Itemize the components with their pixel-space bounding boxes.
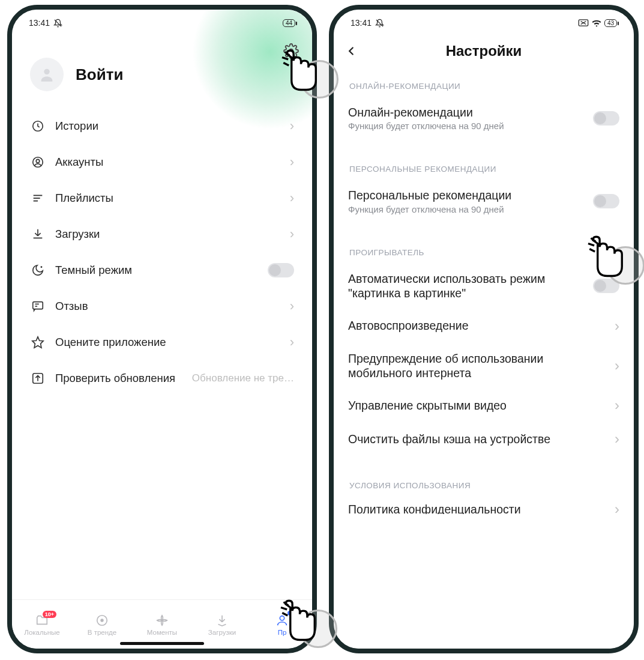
- section-header: ОНЛАЙН-РЕКОМЕНДАЦИИ: [347, 67, 621, 97]
- nav-folder[interactable]: 10+Локальные: [12, 600, 72, 649]
- settings-row[interactable]: Автовоспроизведение›: [347, 309, 621, 343]
- settings-row[interactable]: Персональные рекомендацииФункция будет о…: [347, 180, 621, 222]
- menu-row-download[interactable]: Загрузки›: [30, 216, 294, 252]
- chevron-right-icon: ›: [290, 226, 294, 242]
- svg-rect-14: [33, 302, 43, 309]
- section-header: ПРОИГРЫВАТЕЛЬ: [347, 234, 621, 263]
- toggle-switch[interactable]: [593, 194, 619, 208]
- menu-label: Аккаунты: [55, 156, 290, 169]
- chevron-right-icon: ›: [290, 154, 294, 170]
- menu-row-star[interactable]: Оцените приложение›: [30, 324, 294, 360]
- profile-icon: [275, 613, 289, 628]
- menu-label: Плейлисты: [55, 192, 290, 205]
- settings-row[interactable]: Управление скрытыми видео›: [347, 389, 621, 422]
- back-button[interactable]: [345, 43, 358, 62]
- page-title: Настройки: [446, 43, 522, 59]
- menu-label: Отзыв: [55, 300, 290, 313]
- toggle-switch[interactable]: [268, 263, 294, 277]
- svg-marker-17: [32, 337, 43, 348]
- toggle-switch[interactable]: [593, 111, 619, 126]
- row-subtitle: Функция будет отключена на 90 дней: [348, 121, 587, 131]
- user-icon: [30, 156, 46, 169]
- nav-label: Пр: [278, 629, 287, 636]
- phone-right-frame: 13:41 43 Настройки ОНЛАЙН-РЕКОМЕНДАЦИИОн…: [329, 5, 639, 653]
- menu-label: Оцените приложение: [55, 336, 290, 349]
- menu-row-update[interactable]: Проверить обновленияОбновление не тре…: [30, 360, 294, 396]
- battery-icon: 43: [604, 19, 617, 27]
- bottom-nav: 10+ЛокальныеВ трендеМоментыЗагрузкиПр: [12, 599, 312, 649]
- nav-label: Локальные: [24, 629, 59, 636]
- chevron-right-icon: ›: [615, 431, 619, 447]
- menu-list: Истории›Аккаунты›Плейлисты›Загрузки›Темн…: [12, 102, 312, 396]
- moments-icon: [155, 613, 169, 628]
- menu-row-user[interactable]: Аккаунты›: [30, 144, 294, 180]
- row-title: Автоматически использовать режим "картин…: [348, 271, 587, 301]
- row-subtitle: Функция будет отключена на 90 дней: [348, 204, 587, 214]
- update-icon: [30, 372, 46, 385]
- row-title: Политика конфиденциальности: [348, 502, 609, 514]
- row-title: Управление скрытыми видео: [348, 398, 609, 413]
- wifi-icon: [591, 19, 602, 27]
- menu-label: Истории: [55, 120, 290, 133]
- row-title: Автовоспроизведение: [348, 318, 609, 333]
- row-title: Предупреждение об использовании мобильно…: [348, 351, 609, 381]
- menu-subtext: Обновление не тре…: [192, 372, 294, 384]
- mute-bell-icon: [53, 19, 62, 28]
- download-icon: [30, 228, 46, 241]
- dl-icon: [215, 613, 229, 628]
- settings-header: Настройки: [334, 35, 634, 67]
- menu-label: Темный режим: [55, 264, 268, 277]
- nav-dl[interactable]: Загрузки: [192, 600, 252, 649]
- settings-row[interactable]: Онлайн-рекомендацииФункция будет отключе…: [347, 97, 621, 139]
- svg-point-22: [280, 616, 284, 620]
- row-title: Персональные рекомендации: [348, 188, 587, 202]
- svg-point-8: [36, 159, 40, 163]
- battery-icon: 44: [283, 19, 295, 27]
- profile-header[interactable]: Войти: [12, 32, 312, 102]
- nav-moments[interactable]: Моменты: [132, 600, 192, 649]
- moon-icon: [30, 264, 46, 277]
- menu-row-clock[interactable]: Истории›: [30, 108, 294, 144]
- tap-indicator-circle: [299, 610, 337, 648]
- menu-row-chat[interactable]: Отзыв›: [30, 288, 294, 324]
- menu-label: Проверить обновления: [55, 372, 192, 385]
- screen-right: 13:41 43 Настройки ОНЛАЙН-РЕКОМЕНДАЦИИОн…: [334, 10, 634, 649]
- trend-icon: [95, 613, 109, 628]
- settings-row[interactable]: Предупреждение об использовании мобильно…: [347, 343, 621, 389]
- folder-icon: 10+: [35, 613, 49, 628]
- clock-icon: [30, 120, 46, 133]
- settings-row[interactable]: Автоматически использовать режим "картин…: [347, 263, 621, 309]
- star-icon: [30, 336, 46, 349]
- status-time: 13:41: [351, 18, 372, 28]
- section-header: ПЕРСОНАЛЬНЫЕ РЕКОМЕНДАЦИИ: [347, 150, 621, 180]
- menu-row-list[interactable]: Плейлисты›: [30, 180, 294, 216]
- chat-icon: [30, 300, 46, 313]
- tap-indicator-circle: [606, 246, 644, 285]
- nav-trend[interactable]: В тренде: [72, 600, 132, 649]
- row-title: Онлайн-рекомендации: [348, 105, 587, 120]
- nav-label: Загрузки: [208, 629, 236, 636]
- screen-left: 13:41 44 Войти Истории›Аккаунты›Плейлист…: [12, 10, 312, 649]
- login-label: Войти: [76, 65, 123, 84]
- nav-label: Моменты: [147, 629, 177, 636]
- nav-label: В тренде: [88, 629, 116, 636]
- menu-row-moon[interactable]: Темный режим: [30, 252, 294, 288]
- chevron-right-icon: ›: [615, 397, 619, 414]
- settings-row[interactable]: Очистить файлы кэша на устройстве›: [347, 422, 621, 456]
- chevron-right-icon: ›: [290, 298, 294, 314]
- chevron-right-icon: ›: [290, 190, 294, 206]
- chevron-right-icon: ›: [615, 501, 619, 514]
- chevron-right-icon: ›: [615, 318, 619, 335]
- notification-dot: [287, 611, 292, 616]
- status-time: 13:41: [29, 18, 50, 28]
- mute-bell-icon: [375, 19, 384, 28]
- status-bar: 13:41 43: [334, 13, 634, 32]
- settings-row[interactable]: Политика конфиденциальности›: [347, 496, 621, 514]
- svg-point-21: [101, 619, 103, 622]
- phone-left-frame: 13:41 44 Войти Истории›Аккаунты›Плейлист…: [7, 5, 317, 653]
- tap-indicator-circle: [300, 60, 339, 98]
- settings-list: ОНЛАЙН-РЕКОМЕНДАЦИИОнлайн-рекомендацииФу…: [334, 67, 634, 525]
- list-icon: [30, 192, 46, 205]
- chevron-right-icon: ›: [615, 357, 619, 374]
- badge: 10+: [43, 611, 56, 618]
